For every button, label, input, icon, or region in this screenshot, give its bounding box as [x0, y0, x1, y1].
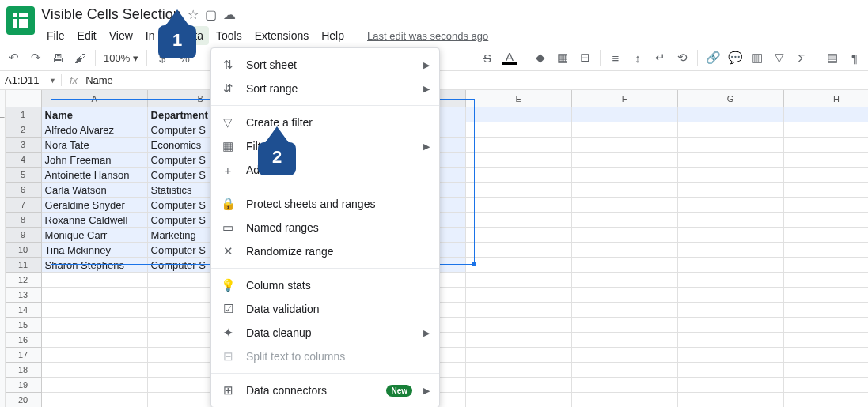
dd-item-13[interactable]: ✦Data cleanup▶ [211, 321, 439, 345]
cell[interactable] [572, 363, 678, 378]
cell[interactable]: Carla Watson [42, 183, 148, 198]
cell[interactable] [572, 288, 678, 303]
cell[interactable] [466, 258, 572, 273]
col-header-G[interactable]: G [678, 90, 784, 107]
zoom-select[interactable]: 100% ▾ [104, 52, 138, 64]
col-header-A[interactable]: A [42, 90, 148, 107]
cell[interactable] [42, 303, 148, 318]
cell[interactable] [572, 348, 678, 363]
cell[interactable] [678, 243, 784, 258]
cell[interactable] [466, 213, 572, 228]
v-align-icon[interactable]: ↕ [631, 51, 645, 65]
cell[interactable] [678, 258, 784, 273]
cell[interactable] [572, 153, 678, 168]
row-header[interactable]: 19 [6, 378, 42, 393]
cell[interactable] [572, 138, 678, 153]
row-header[interactable]: 14 [6, 303, 42, 318]
functions-icon[interactable]: Σ [794, 51, 809, 65]
menu-extensions[interactable]: Extensions [249, 26, 314, 45]
toolbar-misc1-icon[interactable]: ▤ [825, 51, 840, 65]
cell[interactable] [678, 378, 784, 393]
strikethrough-icon[interactable]: S [480, 51, 495, 65]
cell[interactable] [678, 107, 784, 122]
cell[interactable] [784, 273, 868, 288]
currency-icon[interactable]: $ [155, 51, 169, 65]
menu-data[interactable]: Data [174, 26, 209, 45]
col-header-F[interactable]: F [572, 90, 678, 107]
row-header[interactable]: 20 [6, 393, 42, 407]
cell[interactable] [784, 183, 868, 198]
cell[interactable] [466, 168, 572, 183]
cell[interactable] [466, 363, 572, 378]
dd-item-12[interactable]: ☑Data validation [211, 297, 439, 321]
sheets-logo[interactable] [6, 6, 35, 35]
cell[interactable] [784, 122, 868, 138]
row-header[interactable]: 12 [6, 273, 42, 288]
cell[interactable] [678, 273, 784, 288]
row-header[interactable]: 6 [6, 183, 42, 198]
cell[interactable] [784, 228, 868, 243]
cell[interactable] [466, 138, 572, 153]
cell[interactable] [466, 393, 572, 407]
row-header[interactable]: 16 [6, 333, 42, 348]
cell[interactable] [42, 318, 148, 333]
cell[interactable] [466, 303, 572, 318]
cloud-icon[interactable]: ☁ [223, 7, 236, 22]
cell[interactable] [466, 318, 572, 333]
cell[interactable] [466, 228, 572, 243]
cell[interactable] [784, 333, 868, 348]
cell[interactable] [466, 378, 572, 393]
cell[interactable] [572, 258, 678, 273]
cell[interactable] [784, 153, 868, 168]
cell[interactable] [572, 168, 678, 183]
menu-format-hidden[interactable] [161, 32, 172, 39]
cell[interactable]: John Freeman [42, 153, 148, 168]
cell[interactable] [784, 393, 868, 407]
name-box[interactable]: A1:D11▼ [0, 74, 62, 86]
cell[interactable] [572, 318, 678, 333]
cell[interactable] [42, 378, 148, 393]
cell[interactable] [678, 138, 784, 153]
cell[interactable] [466, 348, 572, 363]
cell[interactable] [466, 288, 572, 303]
cell[interactable] [678, 198, 784, 213]
chart-icon[interactable]: ▥ [750, 51, 764, 65]
cell[interactable] [572, 303, 678, 318]
cell[interactable] [784, 318, 868, 333]
cell[interactable] [572, 183, 678, 198]
cell[interactable] [572, 393, 678, 407]
cell[interactable] [784, 168, 868, 183]
cell[interactable] [572, 333, 678, 348]
cell[interactable]: Alfredo Alvarez [42, 122, 148, 138]
h-align-icon[interactable]: ≡ [608, 51, 623, 65]
row-header[interactable]: 1 [6, 107, 42, 122]
row-header[interactable]: 11 [6, 258, 42, 273]
cell[interactable] [466, 243, 572, 258]
cell[interactable]: Name [42, 107, 148, 122]
fill-color-icon[interactable]: ◆ [533, 51, 548, 65]
cell[interactable] [784, 258, 868, 273]
cell[interactable] [678, 153, 784, 168]
text-color-icon[interactable]: A [502, 51, 517, 65]
cell[interactable]: Monique Carr [42, 228, 148, 243]
cell[interactable] [572, 122, 678, 138]
cell[interactable] [572, 273, 678, 288]
dd-item-9[interactable]: ✕Randomize range [211, 239, 439, 263]
borders-icon[interactable]: ▦ [555, 51, 570, 65]
cell[interactable] [572, 378, 678, 393]
cell[interactable] [784, 107, 868, 122]
cell[interactable] [784, 138, 868, 153]
print-icon[interactable]: 🖶 [51, 51, 65, 65]
last-edit-link[interactable]: Last edit was seconds ago [367, 30, 488, 42]
cell[interactable] [466, 153, 572, 168]
cell[interactable] [678, 183, 784, 198]
cell[interactable] [572, 107, 678, 122]
row-header[interactable]: 7 [6, 198, 42, 213]
cell[interactable] [42, 348, 148, 363]
cell[interactable] [42, 288, 148, 303]
paint-format-icon[interactable]: 🖌 [73, 51, 87, 65]
redo-icon[interactable]: ↷ [28, 51, 43, 65]
cell[interactable] [678, 348, 784, 363]
row-header[interactable]: 13 [6, 288, 42, 303]
dd-item-4[interactable]: ▦Filter▶ [211, 134, 439, 158]
